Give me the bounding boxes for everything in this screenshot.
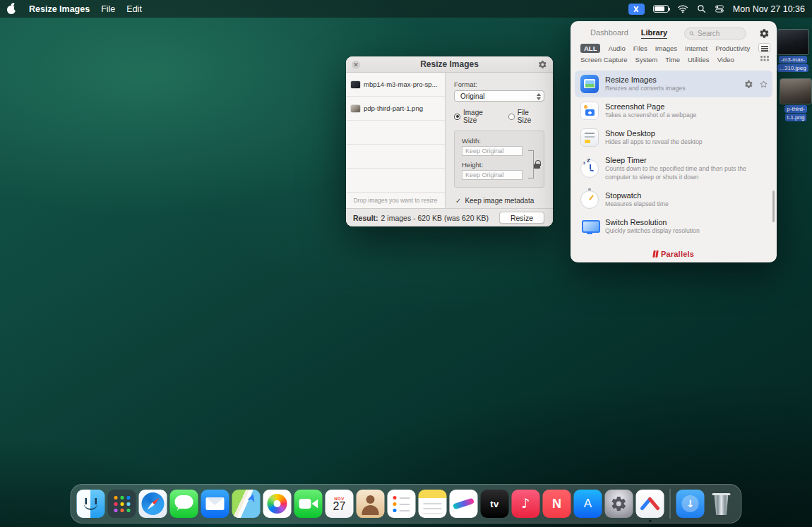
- category-screen-capture[interactable]: Screen Capture: [580, 56, 628, 63]
- dock-contacts-icon[interactable]: [357, 490, 385, 518]
- dock-freeform-icon[interactable]: [450, 490, 478, 518]
- radio-file-size[interactable]: File Size: [508, 109, 544, 124]
- menu-edit[interactable]: Edit: [126, 4, 142, 14]
- file-row-empty-2[interactable]: [346, 145, 445, 169]
- calendar-day-text: 27: [333, 501, 346, 512]
- search-icon: [689, 30, 695, 37]
- category-images[interactable]: Images: [655, 44, 677, 52]
- tool-favorite-star-icon[interactable]: [759, 80, 768, 89]
- dock-appletv-icon[interactable]: tv: [481, 490, 509, 518]
- dock-launchpad-icon[interactable]: [108, 490, 136, 518]
- tool-row-sleep-timer[interactable]: z Z Sleep Timer Counts down to the speci…: [571, 151, 777, 186]
- category-internet[interactable]: Internet: [685, 44, 707, 52]
- desktop-file-2-label-line1: p-third-: [784, 105, 806, 113]
- dock-messages-icon[interactable]: [170, 490, 198, 518]
- window-settings-gear-icon[interactable]: [538, 60, 547, 69]
- radio-file-size-label: File Size: [518, 109, 544, 124]
- dock-appstore-icon[interactable]: A: [574, 490, 602, 518]
- parallels-logo: Parallels: [571, 250, 777, 258]
- file-list: mbp14-m3-max-pro-sp... pdp-third-part-1.…: [346, 73, 446, 208]
- dock-music-icon[interactable]: ♪: [512, 490, 540, 518]
- apple-menu-icon[interactable]: [7, 4, 16, 14]
- tab-library[interactable]: Library: [641, 28, 667, 39]
- file-row-1[interactable]: mbp14-m3-max-pro-sp...: [346, 73, 445, 97]
- toolbox-search[interactable]: [684, 28, 746, 40]
- list-view-toggle-icon[interactable]: [758, 43, 770, 52]
- tool-settings-gear-icon[interactable]: [744, 80, 753, 89]
- dock-safari-icon[interactable]: [139, 490, 167, 518]
- dock-maps-icon[interactable]: [232, 490, 261, 518]
- dock-downloads-icon[interactable]: ↓: [676, 490, 705, 518]
- category-time[interactable]: Time: [665, 56, 680, 63]
- dock-reminders-icon[interactable]: [388, 490, 416, 518]
- resize-images-tool-icon: [580, 75, 599, 93]
- dock-news-icon[interactable]: N: [543, 490, 571, 518]
- tool-name: Show Desktop: [605, 129, 703, 138]
- aspect-ratio-bracket: [528, 150, 534, 178]
- dock-parallels-toolbox-icon[interactable]: [636, 490, 664, 518]
- menubar-clock[interactable]: Mon Nov 27 10:36: [733, 4, 805, 14]
- toolbox-search-input[interactable]: [698, 30, 741, 37]
- keep-metadata-checkbox[interactable]: ✓ Keep image metadata: [454, 197, 544, 205]
- parallels-bars-icon: [653, 250, 658, 258]
- dock-calendar-icon[interactable]: NOV 27: [326, 490, 354, 518]
- control-center-icon[interactable]: [715, 4, 724, 13]
- grid-view-toggle-icon[interactable]: [760, 55, 769, 62]
- format-selected-value: Original: [460, 92, 484, 100]
- height-input[interactable]: [462, 170, 523, 180]
- tool-row-screenshot-page[interactable]: Screenshot Page Takes a screenshot of a …: [571, 97, 777, 124]
- app-menu-title[interactable]: Resize Images: [29, 4, 90, 14]
- aspect-ratio-lock-icon[interactable]: [534, 160, 540, 169]
- category-audio[interactable]: Audio: [608, 44, 625, 52]
- category-utilities[interactable]: Utilities: [688, 56, 710, 63]
- result-value: 2 images - 620 KB (was 620 KB): [381, 214, 489, 222]
- category-system[interactable]: System: [635, 56, 658, 63]
- window-titlebar[interactable]: ✕ Resize Images: [346, 56, 553, 73]
- category-productivity[interactable]: Productivity: [715, 44, 750, 52]
- dock-finder-icon[interactable]: [77, 490, 105, 518]
- stopwatch-tool-icon: [580, 190, 599, 209]
- tool-row-stopwatch[interactable]: Stopwatch Measures elapsed time: [571, 186, 777, 213]
- category-video[interactable]: Video: [717, 56, 734, 63]
- music-note-glyph: ♪: [521, 497, 530, 510]
- tool-name: Switch Resolution: [605, 218, 700, 226]
- tool-description: Counts down to the specified time and th…: [605, 165, 746, 181]
- dock-mail-icon[interactable]: [201, 490, 229, 518]
- battery-icon[interactable]: [653, 5, 669, 13]
- file-row-empty-1[interactable]: [346, 121, 445, 145]
- dock-trash-icon[interactable]: [707, 490, 736, 518]
- radio-file-size-dot: [508, 114, 515, 120]
- tool-row-show-desktop[interactable]: Show Desktop Hides all apps to reveal th…: [571, 124, 777, 151]
- dock-photos-icon[interactable]: [263, 490, 292, 518]
- category-row-1: ALL Audio Files Images Internet Producti…: [580, 44, 743, 53]
- tool-row-switch-resolution[interactable]: Switch Resolution Quickly switches displ…: [571, 213, 777, 240]
- toolbox-settings-gear-icon[interactable]: [759, 28, 770, 39]
- file-2-thumbnail-icon: [351, 105, 360, 112]
- dock-notes-icon[interactable]: [419, 490, 447, 518]
- desktop: { "menu_bar": { "app_name": "Resize Imag…: [0, 0, 812, 527]
- close-button[interactable]: ✕: [352, 61, 360, 69]
- scrollbar-thumb[interactable]: [772, 190, 775, 222]
- tool-name: Screenshot Page: [605, 102, 696, 111]
- spotlight-search-icon[interactable]: [697, 4, 706, 13]
- tool-text: Switch Resolution Quickly switches displ…: [605, 218, 700, 236]
- menu-file[interactable]: File: [101, 4, 115, 14]
- select-stepper-icon: [535, 92, 542, 100]
- dock-system-settings-icon[interactable]: [605, 490, 633, 518]
- format-select[interactable]: Original: [454, 90, 544, 102]
- radio-image-size[interactable]: Image Size: [454, 109, 498, 124]
- resize-button[interactable]: Resize: [499, 212, 544, 224]
- category-files[interactable]: Files: [633, 44, 647, 52]
- width-input[interactable]: [462, 146, 523, 156]
- result-label: Result:: [353, 214, 378, 222]
- desktop-file-2[interactable]: p-third- t-1.png: [777, 79, 812, 121]
- dock-facetime-icon[interactable]: [294, 490, 323, 518]
- tool-row-resize-images[interactable]: Resize Images Resizes and converts image…: [575, 71, 772, 97]
- category-all[interactable]: ALL: [580, 44, 600, 53]
- wifi-icon[interactable]: [677, 4, 688, 13]
- file-row-2[interactable]: pdp-third-part-1.png: [346, 97, 445, 121]
- parallels-toolbox-menubar-icon[interactable]: [628, 4, 645, 15]
- desktop-file-1[interactable]: -m3-max- ...310.jpeg: [774, 30, 812, 72]
- tab-dashboard[interactable]: Dashboard: [590, 28, 628, 38]
- file-row-empty-3[interactable]: [346, 169, 445, 193]
